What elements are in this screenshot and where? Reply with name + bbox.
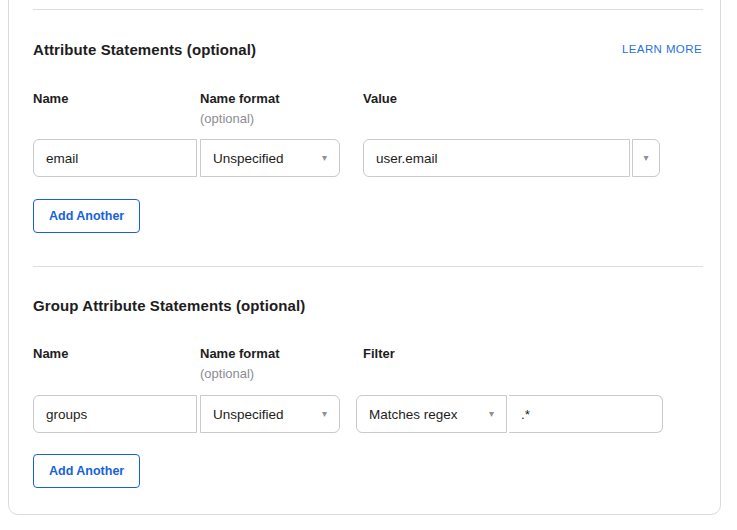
column-label-name-format: Name format [200, 91, 279, 106]
add-another-attribute-button[interactable]: Add Another [33, 199, 140, 233]
column-hint-optional: (optional) [200, 111, 254, 126]
settings-card: Attribute Statements (optional) LEARN MO… [8, 0, 721, 515]
column-label-value: Value [363, 91, 397, 106]
learn-more-link[interactable]: LEARN MORE [622, 42, 702, 56]
name-format-selected-value: Unspecified [213, 407, 284, 422]
section-divider [33, 266, 703, 267]
column-label-name-format: Name format [200, 346, 279, 361]
chevron-down-icon: ▾ [489, 409, 494, 419]
name-format-selected-value: Unspecified [213, 151, 284, 166]
attribute-value-input[interactable] [363, 139, 630, 177]
column-label-filter: Filter [363, 346, 395, 361]
group-name-format-select[interactable]: Unspecified ▾ [200, 395, 340, 433]
group-attribute-name-input[interactable] [33, 395, 197, 433]
chevron-down-icon: ▾ [322, 409, 327, 419]
column-hint-optional: (optional) [200, 366, 254, 381]
add-another-group-attribute-button[interactable]: Add Another [33, 454, 140, 488]
group-attribute-statements-heading: Group Attribute Statements (optional) [33, 297, 305, 315]
attribute-statements-heading: Attribute Statements (optional) [33, 41, 256, 59]
column-label-name: Name [33, 91, 68, 106]
chevron-down-icon: ▾ [643, 153, 648, 163]
section-divider [33, 9, 703, 10]
filter-type-selected-value: Matches regex [369, 407, 458, 422]
attribute-value-dropdown-button[interactable]: ▾ [632, 139, 660, 177]
group-filter-type-select[interactable]: Matches regex ▾ [356, 395, 507, 433]
attribute-name-input[interactable] [33, 139, 197, 177]
group-filter-value-input[interactable] [509, 395, 663, 433]
attribute-name-format-select[interactable]: Unspecified ▾ [200, 139, 340, 177]
column-label-name: Name [33, 346, 68, 361]
chevron-down-icon: ▾ [322, 153, 327, 163]
